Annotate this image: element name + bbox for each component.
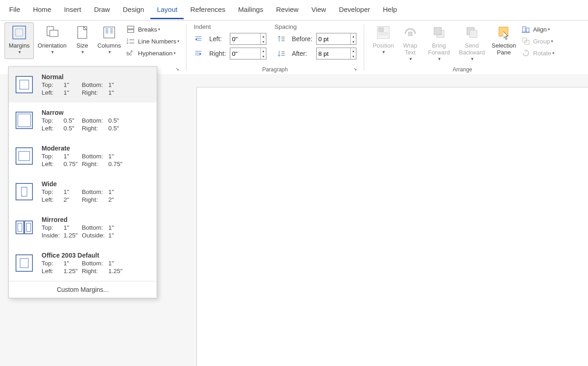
wrap-text-icon <box>403 25 418 40</box>
paragraph-launcher[interactable]: ↘ <box>352 66 358 73</box>
columns-icon <box>101 25 117 40</box>
bring-forward-label: Bring Forward <box>424 42 454 56</box>
chevron-down-icon: ▾ <box>177 39 180 43</box>
tab-layout[interactable]: Layout <box>150 1 184 19</box>
wrap-text-button[interactable]: Wrap Text ▼ <box>398 22 423 64</box>
spin-up[interactable]: ▲ <box>261 33 266 39</box>
margins-preset-icon <box>14 75 34 95</box>
spin-up[interactable]: ▲ <box>351 48 356 54</box>
margins-option-wide[interactable]: Wide Top:1"Bottom:1" Left:2"Right:2" <box>9 174 157 210</box>
spin-down[interactable]: ▼ <box>261 54 266 59</box>
chevron-down-icon: ▾ <box>174 51 176 55</box>
chevron-down-icon: ▾ <box>551 39 553 43</box>
tab-review[interactable]: Review <box>270 1 305 19</box>
preset-name: Narrow <box>42 109 151 116</box>
line-numbers-label: Line Numbers <box>138 38 176 45</box>
position-button[interactable]: Position ▼ <box>369 22 398 64</box>
rotate-button[interactable]: Rotate ▾ <box>519 47 556 59</box>
preset-name: Normal <box>42 73 151 81</box>
indent-left-label: Left: <box>209 35 226 43</box>
margins-option-mirrored[interactable]: Mirrored Top:1"Bottom:1" Inside:1.25"Out… <box>9 210 157 245</box>
margins-preset-icon <box>14 146 34 166</box>
tab-mailings[interactable]: Mailings <box>232 1 270 19</box>
svg-rect-60 <box>25 221 32 234</box>
hyphenation-button[interactable]: bca- Hyphenation ▾ <box>124 47 181 59</box>
preset-name: Moderate <box>42 145 151 152</box>
group-objects-button[interactable]: Group ▾ <box>519 35 556 47</box>
tab-home[interactable]: Home <box>26 1 58 19</box>
svg-rect-15 <box>127 30 134 32</box>
wrap-text-label: Wrap Text <box>399 42 421 56</box>
page-setup-launcher[interactable]: ↘ <box>174 66 180 73</box>
rotate-icon <box>521 48 530 58</box>
chevron-down-icon: ▼ <box>81 49 85 56</box>
indent-left-value[interactable] <box>230 33 261 44</box>
margins-preset-icon <box>14 253 34 273</box>
columns-button[interactable]: Columns ▼ <box>94 22 124 59</box>
tab-references[interactable]: References <box>184 1 232 19</box>
position-icon <box>376 25 391 40</box>
line-numbers-button[interactable]: 12 Line Numbers ▾ <box>124 35 181 47</box>
svg-rect-46 <box>523 27 525 32</box>
spin-down[interactable]: ▼ <box>261 39 266 44</box>
tab-draw[interactable]: Draw <box>88 1 117 19</box>
size-label: Size <box>76 42 88 49</box>
spin-up[interactable]: ▲ <box>261 48 266 54</box>
align-button[interactable]: Align ▾ <box>519 23 556 35</box>
tab-view[interactable]: View <box>305 1 332 19</box>
bring-forward-button[interactable]: Bring Forward ▼ <box>423 22 456 64</box>
svg-rect-59 <box>16 221 24 234</box>
svg-rect-47 <box>526 28 529 32</box>
selection-pane-button[interactable]: Selection Pane <box>488 22 519 64</box>
margins-option-moderate[interactable]: Moderate Top:1"Bottom:1" Left:0.75"Right… <box>9 138 157 174</box>
orientation-button[interactable]: Orientation ▼ <box>34 22 70 59</box>
preset-name: Office 2003 Default <box>42 252 151 259</box>
svg-text:a-: a- <box>131 49 134 53</box>
hyphenation-icon: bca- <box>126 48 135 58</box>
svg-rect-14 <box>127 26 134 29</box>
space-after-input[interactable]: ▲▼ <box>316 48 356 59</box>
svg-text:1: 1 <box>127 38 128 41</box>
size-icon <box>74 25 90 40</box>
tab-developer[interactable]: Developer <box>333 1 376 19</box>
svg-rect-5 <box>104 27 115 38</box>
separator <box>186 24 186 71</box>
send-backward-icon <box>464 25 480 40</box>
space-before-value[interactable] <box>317 33 350 44</box>
margins-button[interactable]: Margins ▼ <box>5 22 34 59</box>
svg-rect-44 <box>470 30 477 38</box>
spin-down[interactable]: ▼ <box>351 39 356 44</box>
group-arrange: Position ▼ Wrap Text ▼ Bring Forward ▼ S… <box>367 21 558 75</box>
preset-name: Mirrored <box>42 216 151 223</box>
space-before-input[interactable]: ▲▼ <box>316 33 356 45</box>
document-page[interactable] <box>196 87 588 366</box>
indent-left-input[interactable]: ▲▼ <box>230 33 266 45</box>
breaks-button[interactable]: Breaks ▾ <box>124 23 181 35</box>
indent-right-input[interactable]: ▲▼ <box>230 48 266 59</box>
orientation-label: Orientation <box>37 42 67 49</box>
selection-pane-label: Selection Pane <box>490 42 518 56</box>
margins-option-normal[interactable]: Normal Top:1"Bottom:1" Left:1"Right:1" <box>9 67 157 102</box>
tab-insert[interactable]: Insert <box>58 1 88 19</box>
custom-margins-button[interactable]: Custom Margins... <box>9 281 157 298</box>
chevron-down-icon: ▼ <box>381 49 386 56</box>
breaks-label: Breaks <box>138 26 157 33</box>
indent-right-value[interactable] <box>230 48 261 59</box>
tab-help[interactable]: Help <box>376 1 403 19</box>
margins-dropdown: Normal Top:1"Bottom:1" Left:1"Right:1" N… <box>8 66 157 298</box>
orientation-icon <box>44 25 60 40</box>
margins-option-narrow[interactable]: Narrow Top:0.5"Bottom:0.5" Left:0.5"Righ… <box>9 102 157 138</box>
space-after-value[interactable] <box>317 48 350 59</box>
svg-rect-0 <box>13 26 26 39</box>
spin-up[interactable]: ▲ <box>351 33 356 39</box>
spin-down[interactable]: ▼ <box>351 54 356 59</box>
tab-file[interactable]: File <box>3 1 26 19</box>
margins-icon <box>11 25 27 40</box>
send-backward-button[interactable]: Send Backward ▼ <box>456 22 488 64</box>
tab-design[interactable]: Design <box>117 1 151 19</box>
space-after-label: After: <box>292 50 313 57</box>
chevron-down-icon: ▾ <box>548 27 550 32</box>
selection-pane-icon <box>496 25 512 40</box>
margins-option-office2003[interactable]: Office 2003 Default Top:1"Bottom:1" Left… <box>9 245 157 281</box>
size-button[interactable]: Size ▼ <box>70 22 94 59</box>
